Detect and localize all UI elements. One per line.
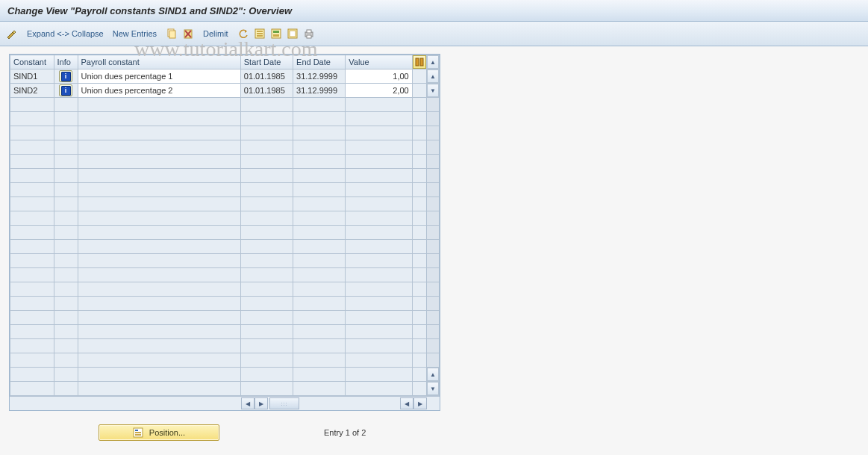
table-row[interactable]: SIND1iUnion dues percentage 101.01.19853… (10, 69, 440, 84)
cell-constant[interactable]: SIND1 (10, 69, 54, 84)
cell-constant[interactable] (10, 126, 54, 140)
info-icon[interactable]: i (59, 70, 72, 82)
table-row[interactable] (10, 197, 440, 211)
cell-start-date (240, 339, 293, 353)
print-icon[interactable] (303, 28, 315, 40)
select-all-icon[interactable] (254, 28, 266, 40)
cell-spacer (412, 311, 426, 325)
info-icon[interactable]: i (59, 84, 72, 96)
cell-info (54, 240, 78, 254)
table-row[interactable] (10, 282, 440, 297)
cell-constant[interactable] (10, 382, 54, 396)
cell-start-date (240, 155, 293, 169)
cell-payroll-constant (78, 339, 240, 353)
cell-value (346, 254, 412, 268)
table-settings-icon[interactable] (413, 55, 426, 69)
cell-constant[interactable] (10, 353, 54, 368)
hscroll-right-icon[interactable]: ▶ (255, 397, 268, 409)
cell-constant[interactable] (10, 325, 54, 339)
new-entries-button[interactable]: New Entries (113, 29, 157, 38)
deselect-all-icon[interactable] (287, 28, 299, 40)
cell-value (346, 112, 412, 126)
cell-constant[interactable] (10, 183, 54, 197)
svg-rect-10 (273, 31, 279, 33)
cell-payroll-constant[interactable]: Union dues percentage 2 (78, 84, 240, 98)
cell-constant[interactable] (10, 98, 54, 112)
scroll-track (426, 325, 439, 339)
scroll-up2-icon[interactable]: ▲ (427, 368, 439, 381)
cell-start-date (240, 140, 293, 155)
delimit-button[interactable]: Delimit (203, 29, 228, 38)
table-row[interactable] (10, 126, 440, 140)
undo-icon[interactable] (237, 28, 249, 40)
cell-end-date (293, 112, 346, 126)
cell-constant[interactable] (10, 240, 54, 254)
copy-icon[interactable] (166, 28, 178, 40)
cell-constant[interactable] (10, 368, 54, 382)
table-row[interactable]: ▲ (10, 368, 440, 382)
cell-constant[interactable] (10, 155, 54, 169)
position-button[interactable]: Position... (99, 424, 219, 441)
hscroll-left2-icon[interactable]: ◀ (400, 397, 413, 409)
cell-constant[interactable] (10, 140, 54, 155)
cell-value[interactable]: 2,00 (346, 84, 412, 98)
cell-constant[interactable] (10, 254, 54, 268)
table-row[interactable] (10, 268, 440, 282)
table-row[interactable] (10, 254, 440, 268)
table-row[interactable] (10, 183, 440, 197)
cell-constant[interactable] (10, 297, 54, 311)
col-header-value[interactable]: Value (346, 55, 412, 69)
scroll-track (426, 155, 439, 169)
scroll-down-icon[interactable]: ▼ (427, 84, 439, 97)
cell-spacer (412, 183, 426, 197)
toggle-display-change-icon[interactable] (6, 28, 18, 40)
col-header-start-date[interactable]: Start Date (240, 55, 293, 69)
table-row[interactable] (10, 211, 440, 226)
table-row[interactable] (10, 353, 440, 368)
cell-constant[interactable] (10, 169, 54, 183)
cell-constant[interactable] (10, 112, 54, 126)
cell-constant[interactable] (10, 311, 54, 325)
table-row[interactable] (10, 240, 440, 254)
cell-constant[interactable] (10, 339, 54, 353)
table-row[interactable] (10, 297, 440, 311)
cell-constant[interactable] (10, 282, 54, 297)
table-row[interactable] (10, 311, 440, 325)
table-row[interactable] (10, 226, 440, 240)
table-row[interactable] (10, 140, 440, 155)
cell-payroll-constant (78, 254, 240, 268)
col-header-constant[interactable]: Constant (10, 55, 54, 69)
hscroll-left-icon[interactable]: ◀ (241, 397, 255, 409)
table-row[interactable]: SIND2iUnion dues percentage 201.01.19853… (10, 84, 440, 98)
cell-start-date (240, 325, 293, 339)
svg-rect-8 (257, 35, 263, 37)
hscroll-thumb[interactable]: ::: (269, 397, 299, 409)
scroll-up-icon[interactable]: ▲ (427, 69, 439, 83)
table-row[interactable] (10, 98, 440, 112)
cell-constant[interactable]: SIND2 (10, 84, 54, 98)
cell-payroll-constant[interactable]: Union dues percentage 1 (78, 69, 240, 84)
scroll-bottom-icon[interactable]: ▼ (427, 382, 439, 395)
cell-constant[interactable] (10, 197, 54, 211)
table-row[interactable] (10, 155, 440, 169)
hscroll-right2-icon[interactable]: ▶ (413, 397, 427, 409)
cell-start-date (240, 126, 293, 140)
cell-constant[interactable] (10, 211, 54, 226)
cell-constant[interactable] (10, 268, 54, 282)
table-row[interactable] (10, 339, 440, 353)
cell-info (54, 311, 78, 325)
select-block-icon[interactable] (270, 28, 282, 40)
delete-icon[interactable] (182, 28, 194, 40)
cell-constant[interactable] (10, 226, 54, 240)
col-header-payroll-constant[interactable]: Payroll constant (78, 55, 240, 69)
scroll-top-icon[interactable]: ▲ (427, 55, 439, 69)
col-header-end-date[interactable]: End Date (293, 55, 346, 69)
table-row[interactable] (10, 169, 440, 183)
cell-value[interactable]: 1,00 (346, 69, 412, 84)
table-row[interactable] (10, 325, 440, 339)
col-header-info[interactable]: Info (54, 55, 78, 69)
table-row[interactable]: ▼ (10, 382, 440, 396)
expand-collapse-button[interactable]: Expand <-> Collapse (27, 29, 104, 38)
svg-rect-18 (420, 58, 423, 66)
table-row[interactable] (10, 112, 440, 126)
